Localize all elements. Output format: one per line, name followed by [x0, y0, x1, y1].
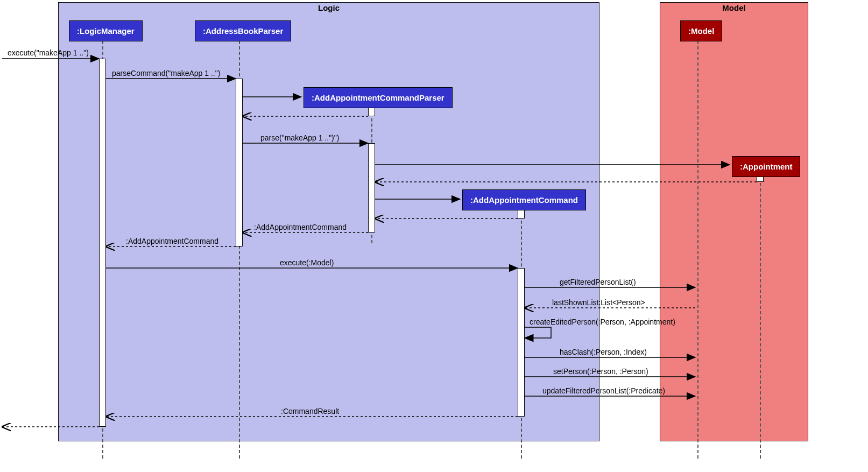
msg-execute-model: execute(:Model)	[280, 258, 334, 267]
participant-address-book-parser: :AddressBookParser	[195, 20, 291, 41]
activation-address-book-parser	[236, 79, 243, 246]
msg-last-shown-list: lastShownList:List<Person>	[552, 298, 645, 307]
msg-command-result: :CommandResult	[281, 407, 339, 415]
msg-set-person: setPerson(:Person, :Person)	[553, 367, 648, 376]
participant-appointment: :Appointment	[732, 156, 800, 177]
msg-execute-makeapp: execute("makeApp 1 ..")	[8, 48, 89, 57]
participant-add-appt-cmd: :AddAppointmentCommand	[462, 189, 586, 210]
msg-parse-command: parseCommand("makeApp 1 ..")	[112, 69, 220, 78]
activation-cmd-parser-main	[368, 143, 375, 233]
logic-frame-label: Logic	[314, 2, 344, 13]
msg-has-clash: hasClash(:Person, :Index)	[560, 348, 647, 356]
participant-add-appt-cmd-parser: :AddAppointmentCommandParser	[304, 87, 453, 108]
msg-get-filtered: getFilteredPersonList()	[560, 278, 636, 286]
lifeline-model	[697, 41, 698, 459]
activation-add-appt-cmd-main	[518, 268, 525, 417]
activation-logic-manager	[99, 59, 106, 427]
participant-model: :Model	[680, 20, 722, 41]
msg-return-addapptcmd-2: :AddAppointmentCommand	[126, 237, 218, 245]
msg-create-edited-person: createEditedPerson(:Person, :Appointment…	[530, 318, 675, 326]
msg-return-addapptcmd-1: :AddAppointmentCommand	[254, 223, 347, 231]
model-frame: Model	[660, 2, 808, 441]
lifeline-appointment	[760, 172, 761, 459]
model-frame-label: Model	[718, 2, 750, 13]
msg-update-filtered: updateFilteredPersonList(:Predicate)	[542, 386, 665, 395]
participant-logic-manager: :LogicManager	[69, 20, 143, 41]
msg-parse: parse("makeApp 1 ..")")	[260, 133, 339, 142]
